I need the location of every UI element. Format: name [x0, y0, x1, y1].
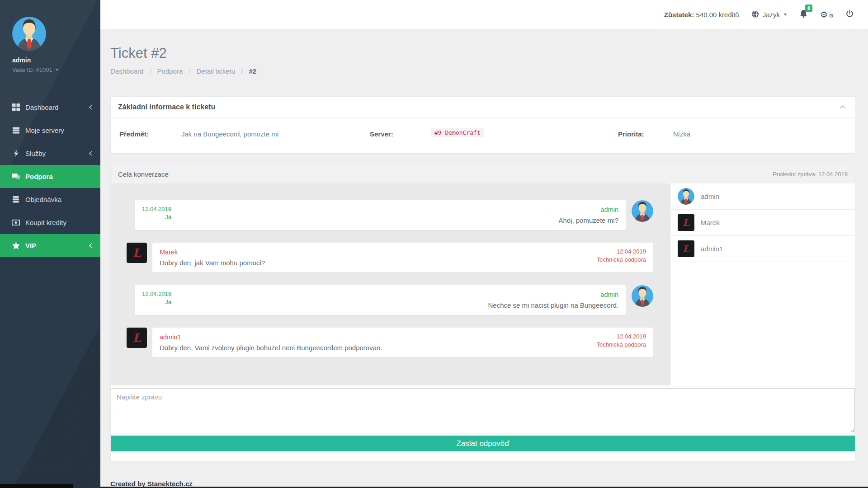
profile-id-dropdown[interactable]: Vaše ID: #1001 — [12, 66, 100, 73]
sidebar-item-label: Podpora — [25, 173, 53, 180]
message-date: 12.04.2019 — [142, 205, 171, 213]
ticket-info-title: Základní informace k ticketu — [118, 103, 215, 111]
sidebar-item-vip[interactable]: VIP — [0, 234, 100, 257]
profile-section: admin Vaše ID: #1001 — [0, 0, 100, 73]
field-label-server: Server: — [370, 130, 393, 138]
participant-name: Marek — [701, 219, 720, 226]
logout-button[interactable] — [846, 10, 854, 20]
participant-name: admin1 — [701, 245, 723, 253]
message-meta: 12.04.2019 Já — [142, 205, 171, 225]
message-card: Marek Dobry den, jak Vam mohu pomoci? 12… — [152, 243, 653, 272]
message-author-role: Já — [142, 298, 171, 306]
sidebar-item-label: Služby — [25, 150, 46, 157]
logo-avatar: L — [127, 243, 147, 263]
message-text: Nechce se mi nacist plugin na Bungeecord… — [488, 300, 618, 310]
user-avatar — [632, 285, 653, 307]
message-row: L admin1 Dobry den, Vami zvoleny plugin … — [127, 328, 653, 357]
sidebar-item-label: VIP — [25, 242, 36, 249]
chevron-up-icon — [840, 105, 846, 109]
ticket-info-panel: Základní informace k ticketu Předmět: Ja… — [110, 96, 855, 154]
message-author: admin — [558, 205, 618, 215]
participant-row: L Marek — [670, 210, 855, 236]
breadcrumb: Dashboard Podpora Detail ticketu #2 — [110, 67, 855, 75]
conversation-panel: Celá konverzace Poslední zpráva: 12.04.2… — [110, 164, 855, 462]
chevron-left-icon — [89, 243, 92, 248]
last-message-label: Poslední zpráva: 12.04.2019 — [773, 171, 848, 178]
star-icon — [12, 242, 20, 249]
server-icon — [12, 127, 20, 134]
sidebar-footer-strip — [0, 484, 73, 488]
breadcrumb-podpora[interactable]: Podpora — [143, 67, 183, 75]
gear-icon: ⚙ — [820, 10, 828, 19]
message-date: 12.04.2019 — [597, 333, 646, 341]
server-code-badge: #9 DemonCraft — [431, 128, 484, 137]
power-icon — [846, 10, 854, 20]
reply-input[interactable] — [111, 388, 855, 433]
message-meta: 12.04.2019 Technická podpora — [597, 333, 646, 352]
language-dropdown[interactable]: Jazyk — [751, 10, 787, 19]
chevron-left-icon — [89, 105, 92, 110]
field-value-priorita: Nízká — [673, 130, 690, 138]
breadcrumb-dashboard[interactable]: Dashboard — [110, 67, 143, 75]
ticket-info-header: Základní informace k ticketu — [111, 97, 855, 117]
sidebar-item-label: Objednávka — [25, 196, 61, 203]
message-author: Marek — [160, 248, 265, 257]
language-label: Jazyk — [763, 11, 780, 19]
message-author-role: Já — [142, 213, 171, 221]
field-label-priorita: Priorita: — [618, 130, 644, 138]
breadcrumb-current: #2 — [235, 67, 256, 75]
breadcrumb-detail-ticketu[interactable]: Detail ticketu — [183, 67, 235, 75]
user-avatar — [678, 188, 694, 205]
top-navbar: Zůstatek: 540.00 kreditů Jazyk 8 ⚙ ⚙ — [100, 0, 868, 30]
message-card: 12.04.2019 Já admin Nechce se mi nacist … — [135, 285, 626, 315]
sidebar-item-moje-servery[interactable]: Moje servery — [0, 119, 100, 142]
message-author: admin — [488, 290, 618, 300]
sidebar-item-dashboard[interactable]: Dashboard — [0, 96, 100, 119]
collapse-panel-button[interactable] — [838, 103, 848, 111]
send-reply-button[interactable]: Zaslat odpověď — [111, 436, 855, 451]
sidebar: admin Vaše ID: #1001 Dashboard Moje serv… — [0, 0, 100, 488]
message-card: 12.04.2019 Já admin Ahoj, pomuzete mi? — [135, 200, 626, 230]
participant-row: admin — [670, 183, 855, 210]
participant-name: admin — [701, 192, 719, 200]
notifications-button[interactable]: 8 — [799, 9, 808, 20]
message-row: 12.04.2019 Já admin Nechce se mi nacist … — [127, 285, 653, 315]
message-date: 12.04.2019 — [142, 290, 171, 298]
money-icon — [12, 220, 20, 225]
message-text: Ahoj, pomuzete mi? — [558, 216, 618, 225]
chat-icon — [12, 173, 20, 180]
message-author-role: Technická podpora — [597, 341, 646, 349]
sidebar-item-label: Moje servery — [25, 127, 64, 134]
sidebar-item-objednavka[interactable]: Objednávka — [0, 188, 100, 211]
caret-down-icon — [55, 69, 59, 71]
sidebar-menu: Dashboard Moje servery Služby Podp — [0, 96, 100, 257]
bolt-icon — [12, 150, 20, 157]
notification-badge: 8 — [805, 5, 812, 12]
message-row: L Marek Dobry den, jak Vam mohu pomoci? … — [127, 243, 653, 272]
logo-avatar: L — [678, 240, 694, 257]
participants-list: admin L Marek L admin1 — [670, 183, 855, 385]
sidebar-item-koupit-kredity[interactable]: Koupit kredity — [0, 211, 100, 234]
sidebar-item-sluzby[interactable]: Služby — [0, 142, 100, 165]
message-date: 12.04.2019 — [597, 248, 646, 256]
conversation-body: 12.04.2019 Já admin Ahoj, pomuzete mi? L — [111, 183, 855, 385]
user-avatar — [632, 200, 653, 222]
logo-avatar: L — [678, 214, 694, 231]
balance-value: 540.00 kreditů — [696, 11, 739, 19]
user-avatar — [12, 17, 46, 51]
grid-icon — [12, 103, 20, 111]
message-meta: 12.04.2019 Technická podpora — [597, 248, 646, 267]
database-icon — [12, 196, 20, 203]
page-title: Ticket #2 — [110, 45, 855, 61]
sidebar-item-podpora[interactable]: Podpora — [0, 165, 100, 188]
profile-username: admin — [12, 56, 100, 64]
chevron-left-icon — [89, 151, 92, 156]
gear-small-icon: ⚙ — [829, 12, 834, 20]
settings-button[interactable]: ⚙ ⚙ — [820, 10, 834, 19]
participant-row: L admin1 — [670, 236, 855, 262]
message-author-role: Technická podpora — [597, 256, 646, 264]
message-meta: 12.04.2019 Já — [142, 290, 171, 310]
message-row: 12.04.2019 Já admin Ahoj, pomuzete mi? — [127, 200, 653, 230]
message-text: Dobry den, Vami zvoleny plugin bohuzel n… — [160, 343, 382, 352]
sidebar-item-label: Koupit kredity — [25, 219, 66, 226]
